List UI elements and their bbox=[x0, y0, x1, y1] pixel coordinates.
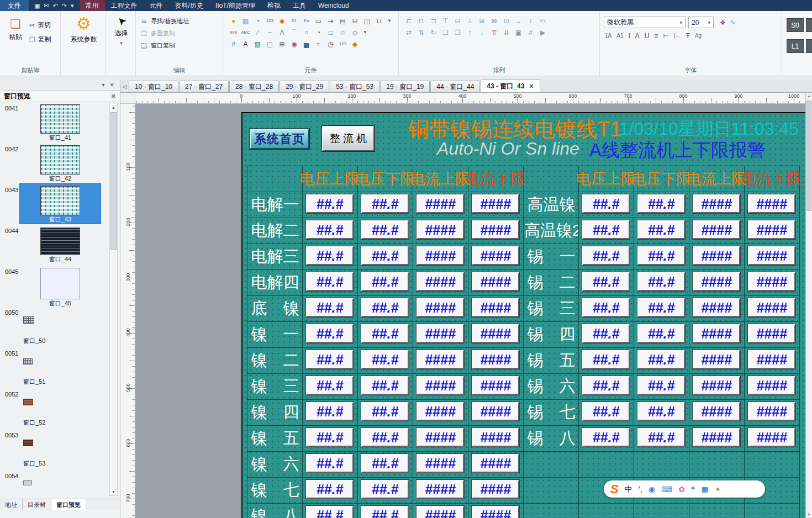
find-replace-address-button[interactable]: ∞寻找/替换地址 bbox=[140, 17, 220, 25]
state-button-clipped[interactable] bbox=[806, 18, 812, 32]
bring-front-icon[interactable]: ⇈ bbox=[489, 28, 499, 37]
canvas-vertical-scrollbar[interactable]: ▲ ▼ bbox=[805, 93, 812, 518]
value-cell[interactable]: #### bbox=[472, 428, 519, 447]
align-top-icon[interactable]: ⊤ bbox=[440, 16, 451, 25]
value-cell[interactable]: ##.# bbox=[361, 272, 409, 291]
align-middle-icon[interactable]: ⊟ bbox=[452, 16, 463, 25]
keyboard-icon[interactable]: ⌨ bbox=[661, 485, 672, 493]
value-cell[interactable]: ##.# bbox=[582, 402, 630, 421]
panel-tab-address[interactable]: 地址 bbox=[0, 499, 23, 510]
value-cell[interactable]: #### bbox=[693, 402, 740, 421]
mic-icon[interactable]: ◉ bbox=[648, 485, 655, 493]
combo-button-icon[interactable]: ◆ bbox=[277, 16, 287, 25]
grid-more-icon[interactable]: ▾ bbox=[386, 16, 393, 25]
file-menu[interactable]: 文件 bbox=[0, 0, 29, 11]
value-cell[interactable]: ##.# bbox=[637, 324, 685, 343]
value-cell[interactable]: ##.# bbox=[306, 220, 354, 239]
value-cell[interactable]: ##.# bbox=[306, 246, 354, 265]
cut-button[interactable]: ✂剪切 bbox=[29, 20, 51, 30]
flip-v-icon[interactable]: ⇅ bbox=[416, 28, 426, 37]
doc-tab-10[interactable]: 10 - 窗口_10 bbox=[129, 81, 178, 92]
align-bottom-icon[interactable]: ⊥ bbox=[465, 16, 475, 25]
trend-display-icon[interactable]: ≈ bbox=[313, 39, 324, 49]
indent-icon[interactable]: |← bbox=[674, 33, 681, 39]
window-thumb-0053[interactable]: 0053窗口_53 bbox=[0, 429, 109, 470]
rectifier-button[interactable]: 整 流 机 bbox=[322, 126, 375, 151]
value-cell[interactable]: #### bbox=[416, 298, 464, 317]
value-cell[interactable]: #### bbox=[472, 194, 519, 213]
paste-button[interactable]: ❑ 粘贴 bbox=[4, 14, 27, 67]
grid-more-icon[interactable]: ▾ bbox=[362, 28, 368, 37]
window-thumb-0044[interactable]: 0044窗口_44 bbox=[0, 225, 109, 266]
value-cell[interactable]: ##.# bbox=[306, 324, 354, 343]
window-thumb-0042[interactable]: 0042窗口_42 bbox=[0, 143, 109, 184]
value-cell[interactable]: ##.# bbox=[582, 246, 630, 265]
multi-copy-button[interactable]: ❐多重复制 bbox=[140, 29, 220, 38]
value-cell[interactable]: #### bbox=[748, 272, 795, 291]
direct-window-icon[interactable]: ⊔ bbox=[374, 16, 384, 25]
text-icon[interactable]: A bbox=[240, 39, 251, 49]
indirect-window-icon[interactable]: ◫ bbox=[362, 16, 372, 25]
align-center-h-icon[interactable]: ⊓ bbox=[416, 16, 426, 25]
same-width-icon[interactable]: ⊞ bbox=[477, 16, 487, 25]
hmi-window-43[interactable]: 系统首页 整 流 机 铜带镍锡连续电镀线T1 1/03/10星期日11:03:4… bbox=[241, 112, 805, 518]
tab-scroll-left-icon[interactable]: ◁ bbox=[120, 81, 129, 92]
value-cell[interactable]: ##.# bbox=[306, 272, 354, 291]
value-cell[interactable]: ##.# bbox=[637, 194, 685, 213]
state-button-clipped[interactable] bbox=[806, 39, 812, 53]
scale-icon[interactable]: # bbox=[228, 39, 239, 49]
font-style-icon[interactable]: ❖ bbox=[720, 19, 726, 26]
window-thumb-0041[interactable]: 0041窗口_41 bbox=[0, 102, 109, 143]
circle-tool-icon[interactable]: ○ bbox=[301, 28, 312, 37]
quick-access-dropdown-icon[interactable]: ▾ bbox=[71, 3, 74, 9]
slider-icon[interactable]: ⊟ bbox=[350, 16, 360, 25]
value-cell[interactable]: #### bbox=[416, 246, 464, 265]
value-cell[interactable]: #### bbox=[693, 272, 740, 291]
text-effect-icon[interactable]: Ag bbox=[695, 33, 702, 39]
value-cell[interactable]: ##.# bbox=[582, 194, 630, 213]
scrollbar-thumb[interactable] bbox=[110, 112, 117, 250]
value-cell[interactable]: #### bbox=[416, 350, 464, 369]
value-cell[interactable]: ##.# bbox=[306, 376, 354, 395]
panel-menu-icon[interactable]: ▾ bbox=[102, 82, 105, 88]
tab-close-icon[interactable]: ✕ bbox=[529, 83, 534, 90]
word-object-icon[interactable]: ◆ bbox=[350, 39, 360, 49]
value-cell[interactable]: #### bbox=[416, 506, 464, 518]
scroll-up-icon[interactable]: ▲ bbox=[110, 103, 117, 111]
ascii-object-icon[interactable]: En bbox=[301, 16, 312, 25]
scroll-down-icon[interactable]: ▼ bbox=[806, 511, 812, 518]
value-cell[interactable]: #### bbox=[472, 376, 519, 395]
doc-tab-27[interactable]: 27 - 窗口_27 bbox=[179, 81, 229, 92]
picture-icon[interactable]: ▧ bbox=[252, 39, 263, 49]
system-home-button[interactable]: 系统首页 bbox=[250, 129, 309, 149]
snap-grid-icon[interactable]: # bbox=[525, 28, 536, 37]
value-cell[interactable]: ##.# bbox=[306, 194, 354, 213]
value-cell[interactable]: #### bbox=[748, 428, 795, 447]
window-thumb-0050[interactable]: 0050窗口_50 bbox=[0, 306, 109, 347]
value-cell[interactable]: #### bbox=[472, 454, 519, 473]
wave-tool-icon[interactable]: ~ bbox=[265, 28, 275, 37]
value-cell[interactable]: ##.# bbox=[306, 506, 354, 518]
value-cell[interactable]: #### bbox=[693, 220, 740, 239]
copy-button[interactable]: ❐复制 bbox=[29, 35, 51, 44]
design-canvas[interactable]: 系统首页 整 流 机 铜带镍锡连续电镀线T1 1/03/10星期日11:03:4… bbox=[135, 104, 805, 518]
value-cell[interactable]: ##.# bbox=[306, 298, 354, 317]
panel-hide-icon[interactable]: ✕ bbox=[110, 82, 114, 88]
font-color-icon[interactable]: A bbox=[635, 33, 640, 39]
value-cell[interactable]: ##.# bbox=[361, 194, 409, 213]
value-cell[interactable]: #### bbox=[416, 324, 464, 343]
undo-icon[interactable]: ↶ bbox=[53, 3, 58, 9]
apps-icon[interactable]: ▦ bbox=[701, 485, 708, 493]
value-cell[interactable]: #### bbox=[416, 272, 464, 291]
send-back-icon[interactable]: ⇊ bbox=[501, 28, 512, 37]
toolbox-icon[interactable]: ✦ bbox=[715, 485, 721, 493]
select-tool-button[interactable]: ➤ 选择 ▾ bbox=[106, 11, 136, 76]
value-cell[interactable]: #### bbox=[693, 376, 740, 395]
value-cell[interactable]: ##.# bbox=[637, 298, 685, 317]
value-cell[interactable]: ##.# bbox=[637, 428, 685, 447]
value-cell[interactable]: ##.# bbox=[361, 298, 409, 317]
font-family-select[interactable]: 微软雅黑▾ bbox=[604, 17, 686, 28]
doc-tab-43[interactable]: 43 - 窗口_43✕ bbox=[481, 80, 540, 92]
value-cell[interactable]: ##.# bbox=[637, 246, 685, 265]
italic-icon[interactable]: I bbox=[628, 33, 630, 39]
